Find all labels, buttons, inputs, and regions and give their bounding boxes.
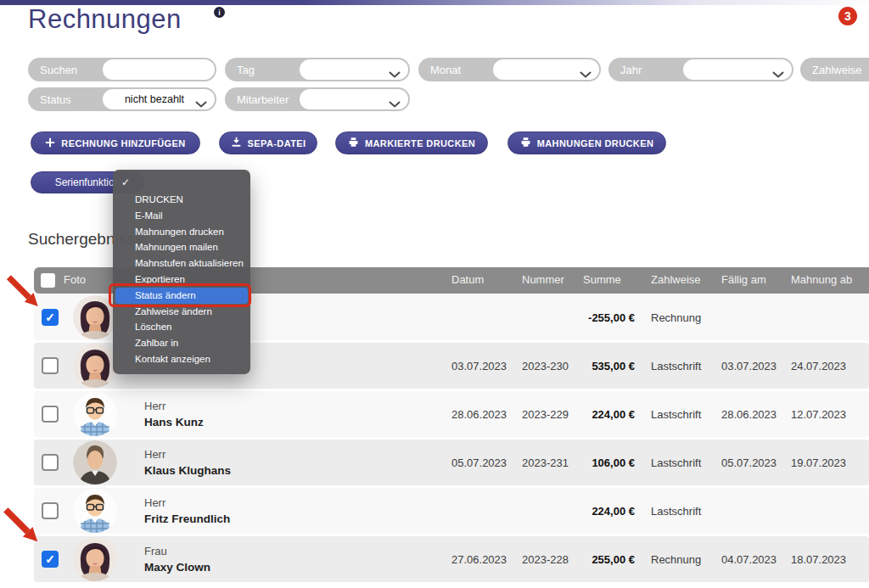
menu-item[interactable]: E-Mail [113,208,250,224]
cell-mahnung-ab: 19.07.2023 [791,456,846,469]
chevron-down-icon [389,96,401,111]
cell-zahlweise: Lastschrift [651,505,701,518]
row-checkbox[interactable] [42,357,59,374]
contact-name: Hans Kunz [144,414,331,430]
row-checkbox[interactable]: ✓ [42,551,59,568]
cell-faellig-am: 03.07.2023 [721,360,776,372]
monat-select[interactable] [493,59,599,80]
menu-item[interactable]: Zahlweise ändern [113,304,250,320]
menu-selected-checkmark[interactable]: ✓ [113,170,250,192]
tag-select[interactable] [300,59,408,80]
cell-datum: 03.07.2023 [451,360,507,372]
column-header-foto[interactable]: Foto [64,273,86,286]
row-checkbox[interactable] [42,454,59,471]
notification-badge[interactable]: 3 [838,7,857,25]
filter-zahlweise: Zahlweise [800,58,869,81]
download-icon [231,137,242,149]
menu-item[interactable]: Zahlbar in [113,335,250,351]
photo-man-avatar [73,440,117,484]
column-header-summe[interactable]: Summe [583,273,621,286]
jahr-select[interactable] [683,59,792,80]
search-input[interactable] [103,64,215,76]
contact-cell: Herr Klaus Klughans [144,446,331,479]
button-label: MAHNUNGEN DRUCKEN [537,138,654,148]
button-label: RECHNUNG HINZUFÜGEN [61,138,185,148]
cell-faellig-am: 04.07.2023 [721,553,776,566]
contact-cell: Frau Maxy Clown [144,543,331,575]
menu-item[interactable]: Status ändern [115,288,248,304]
cell-datum: 27.06.2023 [451,553,507,566]
plus-icon [45,137,55,149]
add-invoice-button[interactable]: RECHNUNG HINZUFÜGEN [31,132,200,154]
row-checkbox[interactable] [42,406,59,423]
column-header-datum[interactable]: Datum [451,273,484,286]
table-row: Herr Klaus Klughans 05.07.2023 2023-231 … [34,440,869,485]
row-checkbox[interactable] [42,502,59,519]
woman-portrait-avatar [73,537,117,581]
menu-item[interactable]: Kontakt anzeigen [113,351,250,367]
cell-summe: 106,00 € [543,456,635,469]
filter-label: Status [28,93,101,106]
contact-cell: Herr Fritz Freundlich [144,495,331,527]
salutation: Herr [144,495,331,511]
contact-name: Klaus Klughans [144,462,331,479]
filter-monat: Monat [418,58,601,81]
cell-faellig-am: 28.06.2023 [721,408,776,421]
cartoon-man-avatar [73,489,117,533]
filter-status: Status nicht bezahlt [28,87,216,111]
filter-label: Suchen [28,64,101,76]
cartoon-man-avatar [73,392,117,436]
contact-name: Fritz Freundlich [144,511,331,527]
print-marked-button[interactable]: MARKIERTE DRUCKEN [335,132,488,154]
menu-item[interactable]: Löschen [113,319,250,335]
cell-summe: 255,00 € [543,553,635,566]
cell-summe: 535,00 € [543,360,635,372]
menu-item[interactable]: DRUCKEN [113,192,250,208]
chevron-down-icon [195,96,207,111]
column-header-zahlweise[interactable]: Zahlweise [651,273,701,286]
table-row: Herr Fritz Freundlich 224,00 € Lastschri… [34,488,869,534]
print-reminders-button[interactable]: MAHNUNGEN DRUCKEN [507,132,666,154]
filter-label: Mitarbeiter [225,93,298,106]
menu-item[interactable]: Mahnungen mailen [113,239,250,255]
cell-zahlweise: Rechnung [651,311,701,324]
cell-zahlweise: Lastschrift [651,360,701,372]
cell-datum: 05.07.2023 [451,456,507,469]
woman-portrait-avatar [73,295,117,339]
cell-summe: -255,00 € [543,311,635,324]
row-checkbox[interactable]: ✓ [42,309,59,326]
button-label: SEPA-DATEI [248,138,306,148]
search-field[interactable] [103,59,215,80]
filter-tag: Tag [225,58,410,81]
column-header-mahnung-ab[interactable]: Mahnung ab [791,273,852,286]
sepa-file-button[interactable]: SEPA-DATEI [219,132,317,154]
column-header-faellig-am[interactable]: Fällig am [721,273,766,286]
column-header-nummer[interactable]: Nummer [522,273,564,286]
page-title: Rechnungen [28,4,182,35]
contact-name: Maxy Clown [144,559,331,575]
table-row: ✓ Frau Maxy Clown 27.06.2023 2023-228 25… [34,536,869,582]
menu-item[interactable]: Mahnungen drucken [113,224,250,240]
info-icon[interactable]: i [214,7,225,18]
cell-zahlweise: Rechnung [651,553,701,566]
filter-label: Tag [225,64,298,76]
menu-item[interactable]: Mahnstufen aktualisieren [113,255,250,272]
printer-icon [520,137,531,149]
cell-faellig-am: 05.07.2023 [721,456,776,469]
chevron-down-icon [772,66,784,81]
woman-portrait-avatar [73,344,117,388]
filter-label: Monat [418,64,491,76]
serienfunktion-menu-items: DRUCKENE-MailMahnungen druckenMahnungen … [113,192,250,367]
cell-mahnung-ab: 18.07.2023 [791,553,846,566]
select-all-checkbox[interactable] [41,273,55,288]
serienfunktion-menu: ✓ DRUCKENE-MailMahnungen druckenMahnunge… [113,170,250,374]
menu-item[interactable]: Exportieren [113,272,250,288]
salutation: Herr [144,446,331,462]
contact-cell: Herr Hans Kunz [144,398,331,430]
mitarbeiter-select[interactable] [300,89,408,109]
salutation: Herr [144,398,331,414]
filter-label: Zahlweise [800,64,869,76]
cell-zahlweise: Lastschrift [651,408,701,421]
status-select[interactable]: nicht bezahlt [103,89,215,109]
filter-label: Jahr [608,64,681,76]
